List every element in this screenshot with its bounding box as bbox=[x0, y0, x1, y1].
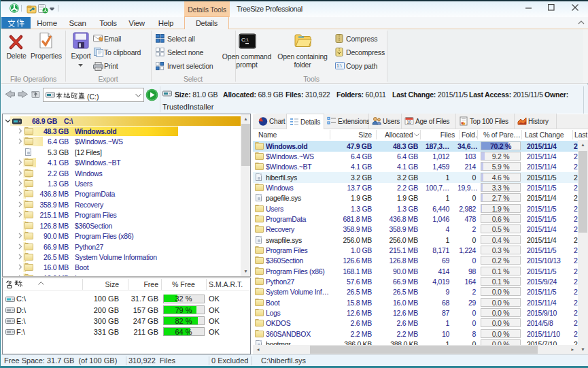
svg-text:10: 10 bbox=[407, 120, 411, 124]
svg-text:C:\: C:\ bbox=[241, 37, 249, 43]
svg-text:1:\: 1:\ bbox=[336, 63, 342, 68]
